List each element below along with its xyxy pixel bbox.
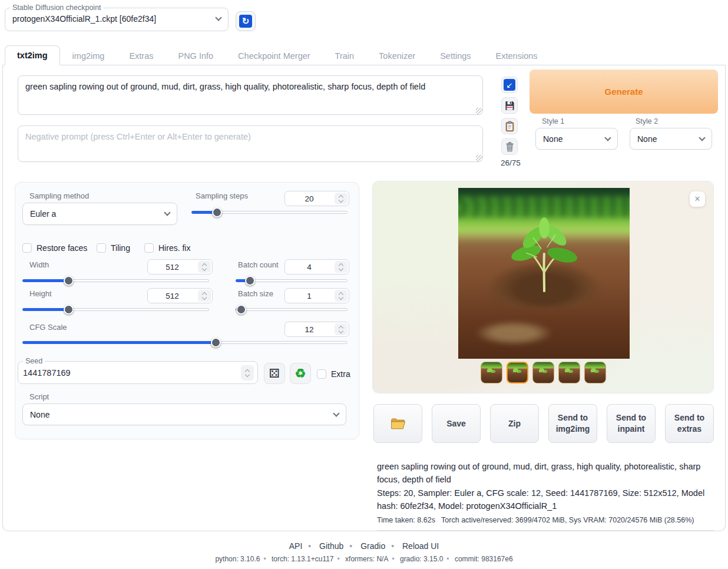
checkpoint-label: Stable Diffusion checkpoint [10, 4, 104, 12]
batch-size-label: Batch size [238, 289, 273, 298]
stepper-arrows[interactable] [241, 365, 254, 381]
checkpoint-dropdown[interactable]: protogenX34OfficialR_1.ckpt [60fe2f34] [5, 12, 228, 24]
restore-faces-option: Restore faces [22, 243, 87, 253]
batch-size-slider[interactable] [236, 308, 348, 311]
cfg-scale-input[interactable] [285, 325, 333, 334]
chevron-down-icon [164, 209, 170, 216]
batch-count-slider[interactable] [236, 279, 348, 282]
tab-checkpoint-merger[interactable]: Checkpoint Merger [226, 46, 323, 65]
height-slider[interactable] [22, 308, 209, 311]
generated-image[interactable] [458, 188, 630, 359]
dice-icon: ⚄ [269, 366, 280, 381]
refresh-checkpoint-button[interactable]: ↻ [236, 11, 256, 31]
refresh-icon: ↻ [239, 15, 252, 28]
chevron-down-icon [333, 410, 339, 416]
height-input[interactable] [148, 292, 197, 300]
slider-thumb[interactable] [245, 276, 255, 286]
version-python: python: 3.10.6 [215, 555, 260, 563]
restore-faces-checkbox[interactable] [22, 243, 32, 253]
height-input-box [147, 288, 213, 303]
style2-dropdown[interactable]: None [630, 128, 712, 150]
negative-prompt-input[interactable] [18, 125, 483, 162]
open-folder-button[interactable] [373, 404, 422, 443]
random-seed-button[interactable]: ⚄ [264, 363, 285, 384]
script-dropdown[interactable]: None [22, 403, 346, 425]
footer-link-reload-ui[interactable]: Reload UI [402, 541, 439, 551]
gallery-thumbnail-2-selected[interactable] [507, 362, 528, 383]
gallery-thumbnail-3[interactable] [532, 362, 554, 383]
tiling-checkbox[interactable] [97, 243, 106, 253]
send-to-extras-button[interactable]: Send to extras [665, 404, 714, 443]
footer-link-github[interactable]: Github [319, 541, 343, 551]
send-to-inpaint-button[interactable]: Send to inpaint [607, 404, 656, 443]
stepper-arrows[interactable] [198, 261, 211, 273]
tab-png-info[interactable]: PNG Info [166, 46, 226, 65]
clear-prompt-button[interactable] [501, 138, 518, 155]
width-slider[interactable] [22, 279, 209, 282]
seed-group: Seed [18, 357, 258, 384]
main-tabbar: txt2img img2img Extras PNG Info Checkpoi… [2, 44, 726, 65]
send-to-img2img-button[interactable]: Send to img2img [548, 404, 597, 443]
extra-seed-label: Extra [331, 369, 350, 379]
footer-versions: python: 3.10.6• torch: 1.13.1+cu117• xfo… [0, 555, 728, 563]
tab-train[interactable]: Train [323, 46, 367, 65]
version-torch: torch: 1.13.1+cu117 [272, 555, 334, 563]
checkpoint-selector-group: Stable Diffusion checkpoint protogenX34O… [5, 4, 229, 31]
output-gallery: × [372, 181, 714, 393]
tab-img2img[interactable]: img2img [60, 46, 117, 65]
style1-dropdown[interactable]: None [535, 128, 618, 150]
chevron-down-icon [699, 134, 705, 141]
slider-thumb[interactable] [211, 338, 221, 348]
stepper-arrows[interactable] [335, 193, 348, 204]
save-button[interactable]: Save [432, 404, 481, 443]
stepper-arrows[interactable] [335, 290, 348, 302]
batch-size-input[interactable] [285, 292, 333, 300]
tab-txt2img[interactable]: txt2img [5, 45, 60, 65]
tab-extras[interactable]: Extras [117, 46, 166, 65]
floppy-disk-icon [504, 100, 515, 111]
checkpoint-value: protogenX34OfficialR_1.ckpt [60fe2f34] [12, 14, 156, 24]
sampling-steps-slider[interactable] [191, 211, 348, 214]
stepper-arrows[interactable] [335, 323, 348, 335]
cfg-scale-input-box [284, 322, 349, 337]
reuse-seed-button[interactable]: ♻ [290, 363, 311, 384]
tab-settings[interactable]: Settings [428, 46, 483, 65]
seed-input[interactable] [23, 368, 240, 378]
width-input-box [147, 259, 213, 274]
paste-generation-params-button[interactable]: ↙ [501, 77, 518, 93]
stepper-arrows[interactable] [335, 261, 348, 273]
restore-faces-label: Restore faces [37, 243, 87, 253]
hires-fix-label: Hires. fix [158, 243, 190, 253]
tab-tokenizer[interactable]: Tokenizer [366, 46, 428, 65]
sampling-method-label: Sampling method [29, 191, 89, 200]
tiling-option: Tiling [97, 243, 130, 253]
close-gallery-button[interactable]: × [690, 191, 705, 207]
batch-count-label: Batch count [238, 260, 279, 269]
cfg-scale-slider[interactable] [22, 341, 348, 344]
prompt-input[interactable]: green sapling rowing out of ground, mud,… [18, 75, 483, 115]
sampling-method-dropdown[interactable]: Euler a [22, 203, 177, 225]
extra-seed-checkbox[interactable] [317, 369, 326, 379]
slider-thumb[interactable] [236, 305, 246, 315]
stepper-arrows[interactable] [198, 290, 211, 302]
generate-button[interactable]: Generate [530, 70, 718, 114]
batch-count-input[interactable] [285, 263, 333, 272]
save-style-button[interactable] [501, 97, 518, 114]
hires-fix-option: Hires. fix [144, 243, 190, 253]
sampling-steps-input[interactable] [285, 194, 333, 203]
tiling-label: Tiling [111, 243, 130, 253]
tab-extensions[interactable]: Extensions [484, 46, 550, 65]
footer-link-gradio[interactable]: Gradio [360, 541, 385, 551]
gallery-thumbnail-4[interactable] [558, 362, 580, 383]
zip-button[interactable]: Zip [490, 404, 539, 443]
batch-count-input-box [284, 259, 349, 274]
apply-style-button[interactable] [501, 118, 518, 134]
style1-value: None [543, 134, 562, 144]
trash-icon [504, 141, 515, 153]
width-input[interactable] [148, 263, 197, 272]
gallery-thumbnail-5[interactable] [584, 362, 606, 383]
version-xformers: xformers: N/A [345, 555, 388, 563]
footer-link-api[interactable]: API [289, 541, 303, 551]
hires-fix-checkbox[interactable] [144, 243, 154, 253]
gallery-thumbnail-1[interactable] [481, 362, 502, 383]
